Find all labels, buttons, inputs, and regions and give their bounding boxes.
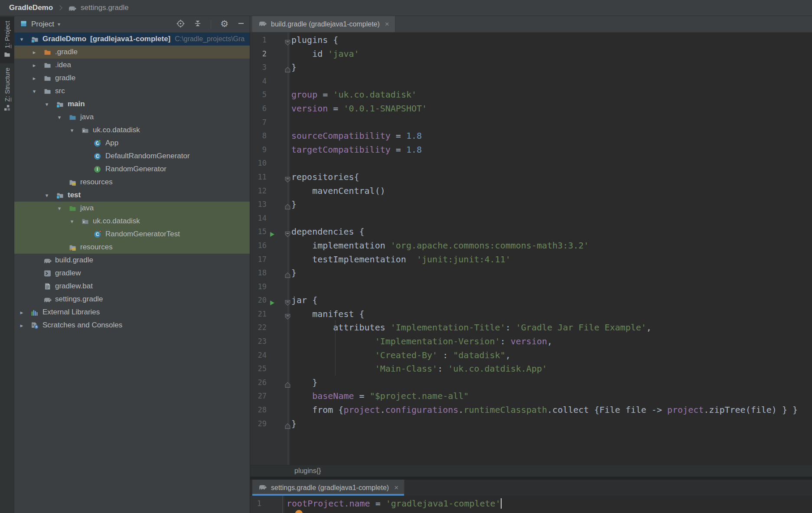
fold-marker-start-icon[interactable] bbox=[285, 229, 290, 239]
code-line-8[interactable]: 8sourceCompatibility = 1.8 bbox=[250, 129, 812, 143]
run-gutter-icon[interactable] bbox=[269, 229, 275, 239]
chevron-expanded-icon[interactable]: ▾ bbox=[53, 205, 66, 212]
code-line-7[interactable]: 7 bbox=[250, 116, 812, 130]
titlebar-file-crumb[interactable]: settings.gradle bbox=[81, 3, 129, 12]
code-line-18[interactable]: 18} bbox=[250, 266, 812, 280]
chevron-expanded-icon[interactable]: ▾ bbox=[28, 88, 41, 95]
code-line-11[interactable]: 11repositories{ bbox=[250, 170, 812, 184]
project-view-selector[interactable]: Project bbox=[31, 20, 54, 29]
fold-marker-end-icon[interactable] bbox=[285, 202, 290, 212]
chevron-expanded-icon[interactable]: ▾ bbox=[65, 218, 78, 225]
code-line-17[interactable]: 17 testImplementation 'junit:junit:4.11' bbox=[250, 253, 812, 267]
tree-item-uk-co-datadisk[interactable]: ▾uk.co.datadisk bbox=[14, 215, 250, 228]
code-line-23[interactable]: 23 'Implementation-Version': version, bbox=[250, 335, 812, 349]
code-line-25[interactable]: 25 'Main-Class': 'uk.co.datdisk.App' bbox=[250, 362, 812, 376]
chevron-expanded-icon[interactable]: ▾ bbox=[65, 127, 78, 134]
chevron-collapsed-icon[interactable]: ▸ bbox=[28, 75, 41, 82]
tree-item-randomgeneratortest[interactable]: CRandomGeneratorTest bbox=[14, 228, 250, 241]
chevron-collapsed-icon[interactable]: ▸ bbox=[28, 62, 41, 69]
run-gutter-icon[interactable] bbox=[269, 297, 275, 308]
code-line-1[interactable]: 1plugins { bbox=[250, 33, 812, 47]
tree-item-gradle[interactable]: ▸.gradle bbox=[14, 46, 250, 59]
tree-item-settings-gradle[interactable]: settings.gradle bbox=[14, 293, 250, 306]
code-line-9[interactable]: 9targetCompatibility = 1.8 bbox=[250, 143, 812, 157]
chevron-collapsed-icon[interactable]: ▸ bbox=[28, 49, 41, 56]
code-line-2[interactable]: 2 id 'java' bbox=[250, 47, 812, 61]
locate-icon[interactable] bbox=[176, 20, 185, 29]
code-line-13[interactable]: 13} bbox=[250, 198, 812, 212]
hide-icon[interactable] bbox=[238, 20, 245, 29]
code-line-22[interactable]: 22 attributes 'Implementation-Title': 'G… bbox=[250, 321, 812, 335]
tree-item-gradledemo[interactable]: ▾GradleDemo[gradlejava1-complete]C:\grad… bbox=[14, 33, 250, 46]
code-line-4[interactable]: 4 bbox=[250, 75, 812, 88]
tree-item-java[interactable]: ▾java bbox=[14, 202, 250, 215]
tree-item-resources[interactable]: resources bbox=[14, 241, 250, 254]
code-line-10[interactable]: 10 bbox=[250, 157, 812, 170]
tab-settings-gradle[interactable]: settings.gradle (gradlejava1-complete) × bbox=[252, 480, 404, 496]
code-line-6[interactable]: 6version = '0.0.1-SNAPSHOT' bbox=[250, 102, 812, 116]
tree-item-scratches-and-consoles[interactable]: ▸Scratches and Consoles bbox=[14, 319, 250, 332]
tree-item-main[interactable]: ▾main bbox=[14, 98, 250, 111]
chevron-expanded-icon[interactable]: ▾ bbox=[40, 101, 53, 108]
settings-icon[interactable]: ⚙ bbox=[220, 20, 228, 29]
close-icon[interactable]: × bbox=[385, 20, 389, 29]
gradle-icon bbox=[41, 296, 54, 303]
fold-marker-end-icon[interactable] bbox=[285, 421, 290, 431]
line-number: 18 bbox=[250, 266, 267, 280]
tree-item-external-libraries[interactable]: ▸External Libraries bbox=[14, 306, 250, 319]
fold-marker-end-icon[interactable] bbox=[285, 380, 290, 390]
code-line-20[interactable]: 20jar { bbox=[250, 294, 812, 307]
chevron-collapsed-icon[interactable]: ▸ bbox=[15, 322, 28, 329]
chevron-collapsed-icon[interactable]: ▸ bbox=[15, 309, 28, 316]
line-number: 6 bbox=[250, 102, 267, 116]
breadcrumb-item-plugins[interactable]: plugins{} bbox=[294, 467, 321, 475]
code-line-5[interactable]: 5group = 'uk.co.datadisk' bbox=[250, 88, 812, 102]
code-line-12[interactable]: 12 mavenCentral() bbox=[250, 184, 812, 198]
tree-item-uk-co-datadisk[interactable]: ▾uk.co.datadisk bbox=[14, 124, 250, 137]
code-line-26[interactable]: 26 } bbox=[250, 376, 812, 390]
fold-marker-start-icon[interactable] bbox=[285, 297, 290, 308]
tree-item-resources[interactable]: resources bbox=[14, 176, 250, 189]
stripe-tab-structure[interactable]: Z: Structure bbox=[0, 64, 14, 117]
code-line-3[interactable]: 3} bbox=[250, 61, 812, 75]
code-line-14[interactable]: 14 bbox=[250, 212, 812, 225]
chevron-expanded-icon[interactable]: ▾ bbox=[15, 36, 28, 42]
code-line-29[interactable]: 29} bbox=[250, 417, 812, 431]
tree-item-src[interactable]: ▾src bbox=[14, 85, 250, 98]
code-line-28[interactable]: 28 from {project.configurations.runtimeC… bbox=[250, 403, 812, 417]
chevron-expanded-icon[interactable]: ▾ bbox=[53, 114, 66, 121]
fold-marker-start-icon[interactable] bbox=[285, 311, 290, 322]
code-editor-build-gradle[interactable]: 1plugins {2 id 'java'3}45group = 'uk.co.… bbox=[250, 33, 812, 465]
fold-marker-end-icon[interactable] bbox=[285, 270, 290, 281]
tree-item-idea[interactable]: ▸.idea bbox=[14, 59, 250, 72]
tree-item-gradle[interactable]: ▸gradle bbox=[14, 72, 250, 85]
stripe-tab-project[interactable]: 1: Project bbox=[0, 17, 14, 63]
titlebar-project-crumb[interactable]: GradleDemo bbox=[9, 3, 53, 12]
tree-item-build-gradle[interactable]: build.gradle bbox=[14, 254, 250, 267]
tree-item-gradlew-bat[interactable]: gradlew.bat bbox=[14, 280, 250, 293]
close-icon[interactable]: × bbox=[394, 484, 398, 492]
code-line-24[interactable]: 24 'Created-By' : "datadisk", bbox=[250, 349, 812, 363]
code-line-1[interactable]: 1rootProject.name = 'gradlejava1-complet… bbox=[250, 497, 812, 511]
chevron-expanded-icon[interactable]: ▾ bbox=[40, 192, 53, 199]
editor-split-divider[interactable] bbox=[250, 477, 812, 480]
project-tree: ▾GradleDemo[gradlejava1-complete]C:\grad… bbox=[14, 33, 250, 513]
tree-item-app[interactable]: CApp bbox=[14, 137, 250, 150]
fold-marker-start-icon[interactable] bbox=[285, 174, 290, 185]
fold-marker-start-icon[interactable] bbox=[285, 37, 290, 48]
collapse-all-icon[interactable] bbox=[194, 20, 202, 29]
code-line-16[interactable]: 16 implementation 'org.apache.commons:co… bbox=[250, 239, 812, 253]
code-line-19[interactable]: 19 bbox=[250, 280, 812, 294]
fold-marker-end-icon[interactable] bbox=[285, 65, 290, 75]
tab-build-gradle[interactable]: build.gradle (gradlejava1-complete) × bbox=[252, 16, 395, 32]
code-line-21[interactable]: 21 manifest { bbox=[250, 307, 812, 321]
code-line-27[interactable]: 27 baseName = "$project.name-all" bbox=[250, 389, 812, 403]
tree-item-gradlew[interactable]: gradlew bbox=[14, 267, 250, 280]
tree-item-java[interactable]: ▾java bbox=[14, 111, 250, 124]
code-editor-settings-gradle[interactable]: 1rootProject.name = 'gradlejava1-complet… bbox=[250, 496, 812, 513]
tree-item-defaultrandomgenerator[interactable]: CDefaultRandomGenerator bbox=[14, 150, 250, 163]
batfile-icon bbox=[41, 283, 54, 290]
code-line-15[interactable]: 15dependencies { bbox=[250, 225, 812, 239]
tree-item-test[interactable]: ▾test bbox=[14, 189, 250, 202]
tree-item-randomgenerator[interactable]: IRandomGenerator bbox=[14, 163, 250, 176]
